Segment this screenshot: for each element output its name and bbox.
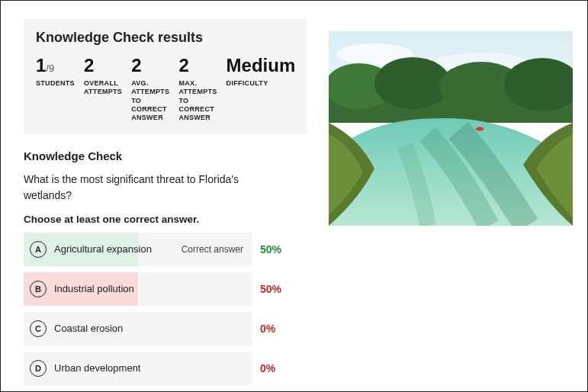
answer-card-a: A Agricultural expansion Correct answer: [24, 233, 252, 266]
stat-students-value: 1/9: [36, 56, 75, 75]
stat-overall: 2 OVERALL ATTEMPTS: [84, 56, 122, 97]
stat-difficulty-value: Medium: [227, 56, 296, 75]
answer-content-b: B Industrial pollution: [30, 281, 246, 297]
stat-students-denom: /9: [46, 63, 54, 74]
right-column: [321, 1, 588, 391]
answer-text-d: Urban development: [54, 362, 246, 374]
answer-pct-d: 0%: [260, 362, 294, 374]
stat-students-num: 1: [36, 55, 46, 76]
stat-overall-value: 2: [84, 56, 122, 75]
wetlands-image: [329, 31, 573, 226]
answer-content-d: D Urban development: [30, 360, 246, 377]
kc-heading: Knowledge Check: [24, 149, 307, 162]
container: Knowledge Check results 1/9 STUDENTS 2 O…: [1, 1, 587, 391]
svg-point-5: [374, 57, 451, 109]
answers-list: A Agricultural expansion Correct answer …: [24, 233, 307, 385]
correct-answer-tag: Correct answer: [182, 244, 246, 255]
answer-row-c: C Coastal erosion 0%: [24, 312, 307, 345]
answer-card-c: C Coastal erosion: [24, 312, 252, 345]
answer-pct-b: 50%: [260, 283, 294, 295]
stat-avg-label: AVG. ATTEMPTS TO CORRECT ANSWER: [131, 79, 169, 122]
answer-card-d: D Urban development: [24, 352, 252, 385]
stat-max: 2 MAX. ATTEMPTS TO CORRECT ANSWER: [178, 56, 217, 122]
answer-letter-b: B: [30, 281, 47, 297]
answer-content-a: A Agricultural expansion Correct answer: [30, 241, 246, 258]
stat-difficulty: Medium DIFFICULTY: [227, 56, 296, 88]
instruction: Choose at least one correct answer.: [24, 214, 307, 225]
answer-row-d: D Urban development 0%: [24, 352, 307, 385]
wetlands-image-svg: [329, 31, 573, 226]
answer-letter-c: C: [30, 320, 47, 337]
answer-row-b: B Industrial pollution 50%: [24, 272, 307, 306]
stat-avg-value: 2: [131, 56, 169, 75]
stat-max-value: 2: [178, 56, 217, 75]
stat-overall-label: OVERALL ATTEMPTS: [84, 79, 122, 97]
question-text: What is the most significant threat to F…: [24, 172, 268, 203]
results-title: Knowledge Check results: [36, 30, 295, 46]
stats-row: 1/9 STUDENTS 2 OVERALL ATTEMPTS 2 AVG. A…: [36, 56, 295, 122]
svg-point-8: [476, 127, 484, 131]
answer-row-a: A Agricultural expansion Correct answer …: [24, 233, 307, 266]
answer-text-b: Industrial pollution: [54, 283, 246, 295]
answer-card-b: B Industrial pollution: [24, 272, 252, 306]
results-box: Knowledge Check results 1/9 STUDENTS 2 O…: [24, 19, 307, 134]
left-column: Knowledge Check results 1/9 STUDENTS 2 O…: [1, 1, 321, 391]
answer-pct-a: 50%: [260, 243, 294, 255]
answer-pct-c: 0%: [260, 323, 294, 335]
answer-text-c: Coastal erosion: [54, 323, 246, 335]
stat-avg: 2 AVG. ATTEMPTS TO CORRECT ANSWER: [131, 56, 169, 122]
answer-text-a: Agricultural expansion: [54, 243, 153, 255]
stat-difficulty-label: DIFFICULTY: [227, 79, 280, 88]
stat-students: 1/9 STUDENTS: [36, 56, 75, 88]
answer-letter-a: A: [30, 241, 47, 258]
answer-letter-d: D: [30, 360, 47, 377]
stat-max-label: MAX. ATTEMPTS TO CORRECT ANSWER: [178, 79, 217, 122]
answer-content-c: C Coastal erosion: [30, 320, 246, 337]
stat-students-label: STUDENTS: [36, 79, 75, 88]
